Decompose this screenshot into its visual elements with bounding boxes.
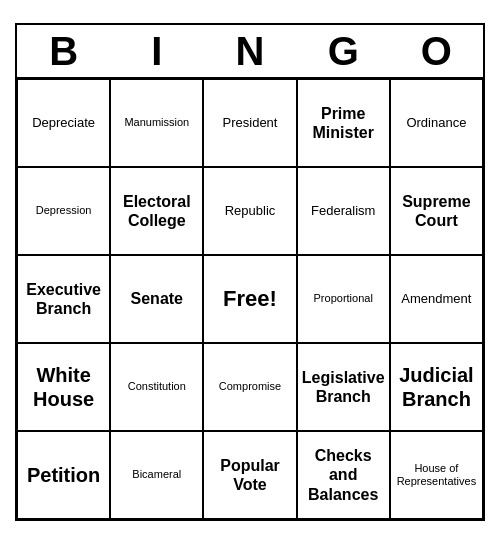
- bingo-cell-19: Judicial Branch: [390, 343, 483, 431]
- header-letter-i: I: [110, 25, 203, 77]
- bingo-cell-11: Senate: [110, 255, 203, 343]
- bingo-grid: DepreciateManumissionPresidentPrime Mini…: [17, 77, 483, 519]
- bingo-cell-13: Proportional: [297, 255, 390, 343]
- bingo-cell-9: Supreme Court: [390, 167, 483, 255]
- bingo-cell-14: Amendment: [390, 255, 483, 343]
- bingo-cell-5: Depression: [17, 167, 110, 255]
- bingo-cell-12: Free!: [203, 255, 296, 343]
- bingo-cell-23: Checks and Balances: [297, 431, 390, 519]
- bingo-cell-10: Executive Branch: [17, 255, 110, 343]
- bingo-card: BINGO DepreciateManumissionPresidentPrim…: [15, 23, 485, 521]
- bingo-cell-24: House of Representatives: [390, 431, 483, 519]
- bingo-cell-17: Compromise: [203, 343, 296, 431]
- header-letter-o: O: [390, 25, 483, 77]
- bingo-cell-21: Bicameral: [110, 431, 203, 519]
- header-letter-g: G: [297, 25, 390, 77]
- bingo-cell-15: White House: [17, 343, 110, 431]
- header-letter-n: N: [203, 25, 296, 77]
- bingo-cell-8: Federalism: [297, 167, 390, 255]
- bingo-cell-7: Republic: [203, 167, 296, 255]
- bingo-cell-18: Legislative Branch: [297, 343, 390, 431]
- bingo-cell-0: Depreciate: [17, 79, 110, 167]
- bingo-cell-6: Electoral College: [110, 167, 203, 255]
- header-letter-b: B: [17, 25, 110, 77]
- bingo-header: BINGO: [17, 25, 483, 77]
- bingo-cell-2: President: [203, 79, 296, 167]
- bingo-cell-20: Petition: [17, 431, 110, 519]
- bingo-cell-22: Popular Vote: [203, 431, 296, 519]
- bingo-cell-4: Ordinance: [390, 79, 483, 167]
- bingo-cell-3: Prime Minister: [297, 79, 390, 167]
- bingo-cell-1: Manumission: [110, 79, 203, 167]
- bingo-cell-16: Constitution: [110, 343, 203, 431]
